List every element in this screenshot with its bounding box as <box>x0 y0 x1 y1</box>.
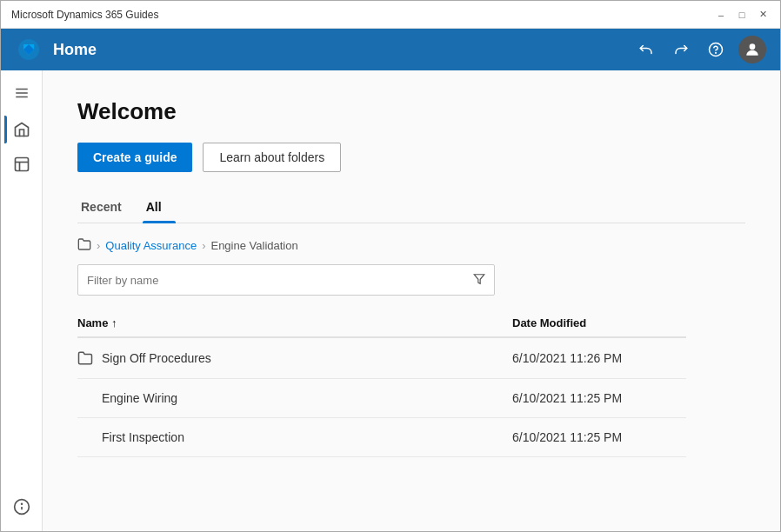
main-content: Welcome Create a guide Learn about folde… <box>43 70 780 531</box>
table-row[interactable]: Sign Off Procedures 6/10/2021 11:26 PM <box>77 337 686 379</box>
page-title: Welcome <box>77 98 745 125</box>
redo-button[interactable] <box>669 37 693 62</box>
filter-icon <box>473 273 485 288</box>
breadcrumb-sep-2: › <box>202 239 205 252</box>
sidebar-item-guides[interactable] <box>4 147 39 182</box>
maximize-button[interactable]: □ <box>735 8 749 22</box>
column-date-modified: Date Modified <box>512 309 686 337</box>
table-cell-name: Engine Wiring <box>77 379 512 418</box>
table-cell-date: 6/10/2021 11:26 PM <box>512 337 686 379</box>
filter-input[interactable] <box>87 274 473 287</box>
table-row[interactable]: Engine Wiring 6/10/2021 11:25 PM <box>77 379 686 418</box>
column-name[interactable]: Name ↑ <box>77 309 512 337</box>
create-guide-button[interactable]: Create a guide <box>77 143 192 172</box>
breadcrumb-sep-1: › <box>97 239 100 252</box>
title-bar-controls: – □ ✕ <box>714 8 770 22</box>
table-cell-date: 6/10/2021 11:25 PM <box>512 379 686 418</box>
tabs: Recent All <box>77 193 745 223</box>
table-row[interactable]: First Inspection 6/10/2021 11:25 PM <box>77 418 686 457</box>
breadcrumb-root-icon[interactable] <box>77 237 91 254</box>
sidebar-bottom <box>4 489 39 524</box>
close-button[interactable]: ✕ <box>756 8 770 22</box>
svg-point-1 <box>716 52 717 53</box>
breadcrumb-quality-assurance[interactable]: Quality Assurance <box>105 239 197 252</box>
title-bar: Microsoft Dynamics 365 Guides – □ ✕ <box>1 1 780 29</box>
header-title: Home <box>53 41 634 59</box>
header-bar: Home <box>1 29 780 70</box>
table-cell-date: 6/10/2021 11:25 PM <box>512 418 686 457</box>
app-body: Welcome Create a guide Learn about folde… <box>1 70 780 531</box>
learn-folders-button[interactable]: Learn about folders <box>203 143 341 172</box>
table-cell-name: Sign Off Procedures <box>77 337 512 379</box>
tab-all[interactable]: All <box>143 193 176 223</box>
action-buttons: Create a guide Learn about folders <box>77 143 745 172</box>
filter-bar <box>77 264 495 296</box>
tab-recent[interactable]: Recent <box>77 193 136 223</box>
data-table: Name ↑ Date Modified Sign Off Procedures… <box>77 309 686 457</box>
sidebar-item-home[interactable] <box>4 112 39 147</box>
app-logo <box>15 36 43 63</box>
hamburger-button[interactable] <box>4 77 39 109</box>
user-avatar[interactable] <box>738 36 766 63</box>
undo-button[interactable] <box>634 37 658 62</box>
svg-point-2 <box>750 43 756 50</box>
header-actions <box>634 36 766 63</box>
svg-marker-12 <box>474 274 484 283</box>
svg-rect-6 <box>15 158 28 171</box>
table-cell-name: First Inspection <box>77 418 512 457</box>
sidebar <box>1 70 43 531</box>
breadcrumb-engine-validation: Engine Validation <box>210 239 297 252</box>
table-header-row: Name ↑ Date Modified <box>77 309 686 337</box>
info-button[interactable] <box>4 489 39 524</box>
minimize-button[interactable]: – <box>714 8 728 22</box>
title-bar-text: Microsoft Dynamics 365 Guides <box>11 9 714 21</box>
breadcrumb: › Quality Assurance › Engine Validation <box>77 237 745 254</box>
help-button[interactable] <box>704 37 728 62</box>
